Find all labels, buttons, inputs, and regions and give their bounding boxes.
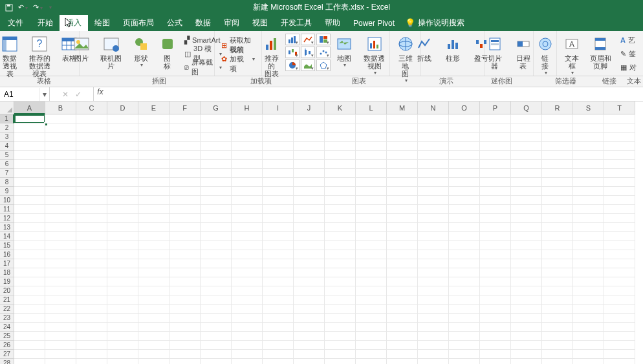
column-header[interactable]: S [573,102,604,114]
row-header[interactable]: 11 [0,205,14,214]
file-tab[interactable]: 文件 [0,15,31,31]
cancel-formula-icon[interactable]: ✕ [62,90,69,99]
row-header[interactable]: 20 [0,286,14,295]
row-header[interactable]: 27 [0,350,14,359]
scatter-chart-button[interactable] [316,47,331,58]
slicer-button[interactable]: 切片器 [482,32,508,70]
row-header[interactable]: 4 [0,142,14,151]
row-header[interactable]: 5 [0,151,14,160]
row-header[interactable]: 12 [0,214,14,223]
recommended-charts-button[interactable]: 推荐的 图表 [261,32,283,78]
link-button[interactable]: 链 接 ▾ [532,32,558,76]
column-header[interactable]: Q [511,102,542,114]
line-chart-button[interactable] [301,34,315,45]
pivot-chart-button[interactable]: 数据透视图 ▾ [358,32,391,76]
row-header[interactable]: 6 [0,160,14,169]
radar-chart-button[interactable] [316,59,331,71]
save-icon[interactable] [5,4,13,12]
textbox-button[interactable]: A 文本框 ▾ [561,32,583,76]
column-chart-button[interactable] [285,34,300,45]
tab-powerpivot[interactable]: Power Pivot [347,15,401,31]
pie-chart-2-button[interactable] [285,59,300,71]
row-header[interactable]: 19 [0,277,14,286]
column-header[interactable]: N [418,102,449,114]
surface-chart-button[interactable] [301,59,315,71]
column-header[interactable]: E [138,102,169,114]
column-header[interactable]: D [107,102,138,114]
tab-view[interactable]: 视图 [246,15,274,31]
select-all-corner[interactable] [0,102,14,114]
row-header[interactable]: 2 [0,123,14,133]
column-header[interactable]: C [76,102,107,114]
fx-icon[interactable]: fx [94,87,107,101]
column-header[interactable]: I [263,102,294,114]
tell-me-search[interactable]: 💡 操作说明搜索 [405,15,464,31]
column-header[interactable]: R [542,102,573,114]
column-header[interactable]: O [449,102,480,114]
redo-icon[interactable]: ↷▾ [33,3,43,12]
row-header[interactable]: 25 [0,332,14,341]
row-header[interactable]: 16 [0,250,14,259]
signature-button[interactable]: ✎签 [618,47,639,60]
row-header[interactable]: 22 [0,305,14,314]
sparkline-column-button[interactable]: 柱形 [440,32,466,62]
tab-review[interactable]: 审阅 [217,15,246,31]
tab-developer[interactable]: 开发工具 [274,15,318,31]
name-box-input[interactable] [0,90,39,99]
column-header[interactable]: A [14,102,45,114]
tab-data[interactable]: 数据 [189,15,217,31]
picture-button[interactable]: 图片 [69,32,93,62]
tab-home[interactable]: 开始 [31,15,60,31]
row-header[interactable]: 7 [0,169,14,178]
row-header[interactable]: 28 [0,359,14,364]
online-picture-button[interactable]: 联机图片 [96,32,127,70]
object-button[interactable]: ▦对 [618,61,639,74]
tab-formulas[interactable]: 公式 [160,15,189,31]
row-header[interactable]: 18 [0,268,14,277]
tab-insert[interactable]: 插入 [60,15,88,31]
name-box-dropdown[interactable]: ▾ [39,88,49,101]
row-header[interactable]: 17 [0,259,14,268]
column-header[interactable]: M [387,102,418,114]
maps-button[interactable]: 地图 ▾ [333,32,355,68]
sparkline-line-button[interactable]: 折线 [411,32,437,62]
row-header[interactable]: 26 [0,341,14,350]
area-chart-button[interactable] [285,47,300,58]
row-header[interactable]: 3 [0,133,14,142]
row-header[interactable]: 13 [0,223,14,232]
row-header[interactable]: 21 [0,295,14,305]
row-header[interactable]: 1 [0,114,14,123]
cells-area[interactable] [14,114,635,364]
qat-customize-icon[interactable]: ▾ [49,5,52,10]
my-addins-button[interactable]: ✿我的加载项▾ [219,52,257,65]
column-header[interactable]: B [45,102,76,114]
formula-input[interactable] [107,87,643,101]
column-header[interactable]: J [294,102,325,114]
wordart-button[interactable]: A艺 [618,34,639,47]
enter-formula-icon[interactable]: ✓ [75,90,82,99]
recommended-pivot-button[interactable]: ? 推荐的 数据透视表 [25,32,56,78]
row-header[interactable]: 24 [0,323,14,332]
header-footer-button[interactable]: 页眉和页脚 [585,32,615,70]
column-header[interactable]: F [169,102,201,114]
row-header[interactable]: 15 [0,241,14,250]
column-header[interactable]: G [201,102,232,114]
tab-page-layout[interactable]: 页面布局 [116,15,160,31]
column-header[interactable]: T [604,102,635,114]
row-header[interactable]: 10 [0,196,14,205]
undo-icon[interactable]: ↶▾ [18,3,28,12]
pie-chart-button[interactable] [316,34,331,45]
tab-help[interactable]: 帮助 [318,15,347,31]
shapes-button[interactable]: 形状 ▾ [129,32,153,68]
row-header[interactable]: 9 [0,187,14,196]
row-header[interactable]: 8 [0,178,14,187]
column-header[interactable]: H [232,102,263,114]
pivot-table-button[interactable]: 数据 透视表 [0,32,22,78]
row-header[interactable]: 14 [0,232,14,241]
stat-chart-button[interactable] [301,47,315,58]
tab-draw[interactable]: 绘图 [88,15,116,31]
row-header[interactable]: 23 [0,314,14,323]
column-header[interactable]: L [356,102,387,114]
column-header[interactable]: K [325,102,356,114]
column-header[interactable]: P [480,102,511,114]
